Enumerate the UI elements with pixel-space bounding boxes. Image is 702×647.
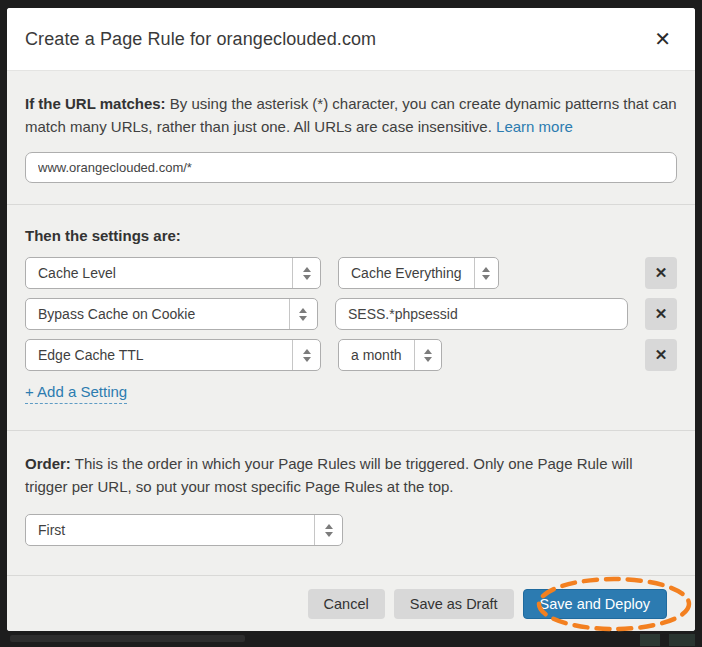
setting-value: Cache Everything bbox=[339, 258, 474, 288]
remove-setting-button[interactable]: ✕ bbox=[645, 339, 677, 371]
settings-section: Then the settings are: Cache Level Cache… bbox=[7, 204, 695, 430]
setting-value-select[interactable]: Cache Everything bbox=[338, 257, 499, 289]
setting-row: Cache Level Cache Everything ✕ bbox=[25, 257, 677, 289]
setting-type-value: Bypass Cache on Cookie bbox=[26, 299, 289, 329]
order-value: First bbox=[26, 515, 314, 545]
setting-type-select[interactable]: Cache Level bbox=[25, 257, 321, 289]
url-pattern-input[interactable] bbox=[25, 152, 677, 183]
modal-footer: Cancel Save as Draft Save and Deploy bbox=[7, 575, 695, 631]
order-label: Order: bbox=[25, 455, 71, 472]
url-match-label: If the URL matches: bbox=[25, 95, 166, 112]
order-text: This is the order in which your Page Rul… bbox=[25, 455, 633, 495]
setting-row: Bypass Cache on Cookie ✕ bbox=[25, 298, 677, 330]
modal-header: Create a Page Rule for orangeclouded.com… bbox=[7, 8, 695, 70]
cookie-pattern-input[interactable] bbox=[335, 298, 628, 330]
learn-more-link[interactable]: Learn more bbox=[496, 118, 573, 135]
page-title: Create a Page Rule for orangeclouded.com bbox=[25, 29, 376, 50]
background-widget-smudge bbox=[669, 634, 695, 646]
add-setting-link[interactable]: + Add a Setting bbox=[25, 383, 127, 404]
settings-rows: Cache Level Cache Everything ✕ Bypass Ca… bbox=[25, 257, 677, 371]
setting-type-select[interactable]: Bypass Cache on Cookie bbox=[25, 298, 318, 330]
save-and-deploy-button[interactable]: Save and Deploy bbox=[523, 589, 667, 619]
setting-value: a month bbox=[339, 340, 414, 370]
setting-type-select[interactable]: Edge Cache TTL bbox=[25, 339, 321, 371]
select-stepper-icon bbox=[474, 258, 498, 288]
create-page-rule-modal: Create a Page Rule for orangeclouded.com… bbox=[7, 8, 695, 631]
save-as-draft-button[interactable]: Save as Draft bbox=[394, 589, 514, 619]
setting-row: Edge Cache TTL a month ✕ bbox=[25, 339, 677, 371]
order-select[interactable]: First bbox=[25, 514, 343, 546]
select-stepper-icon bbox=[415, 340, 441, 370]
url-match-description: If the URL matches: By using the asteris… bbox=[25, 71, 677, 138]
cancel-button[interactable]: Cancel bbox=[308, 589, 385, 619]
select-stepper-icon bbox=[290, 299, 317, 329]
select-stepper-icon bbox=[293, 340, 320, 370]
close-icon[interactable]: ✕ bbox=[652, 27, 673, 51]
setting-value-select[interactable]: a month bbox=[338, 339, 442, 371]
setting-type-value: Edge Cache TTL bbox=[26, 340, 292, 370]
background-widget-smudge bbox=[640, 634, 660, 646]
order-description: Order: This is the order in which your P… bbox=[25, 431, 677, 498]
remove-setting-button[interactable]: ✕ bbox=[645, 298, 677, 330]
background-statusbar-smudge bbox=[10, 635, 245, 642]
select-stepper-icon bbox=[293, 258, 320, 288]
order-section: Order: This is the order in which your P… bbox=[7, 430, 695, 575]
setting-type-value: Cache Level bbox=[26, 258, 292, 288]
select-stepper-icon bbox=[315, 515, 342, 545]
url-match-section: If the URL matches: By using the asteris… bbox=[7, 70, 695, 204]
settings-heading: Then the settings are: bbox=[25, 205, 677, 244]
remove-setting-button[interactable]: ✕ bbox=[645, 257, 677, 289]
